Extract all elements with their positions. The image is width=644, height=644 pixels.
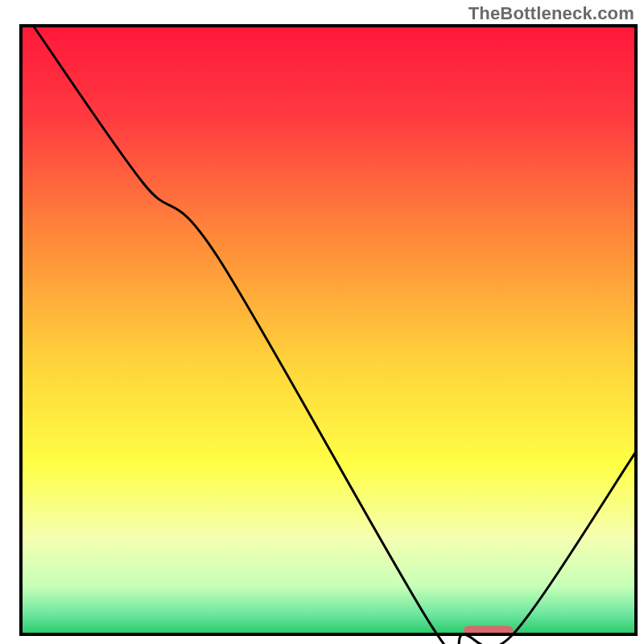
chart-container: TheBottleneck.com — [0, 0, 644, 644]
gradient-background — [21, 26, 636, 634]
watermark-text: TheBottleneck.com — [469, 3, 634, 24]
bottleneck-chart — [0, 0, 644, 644]
